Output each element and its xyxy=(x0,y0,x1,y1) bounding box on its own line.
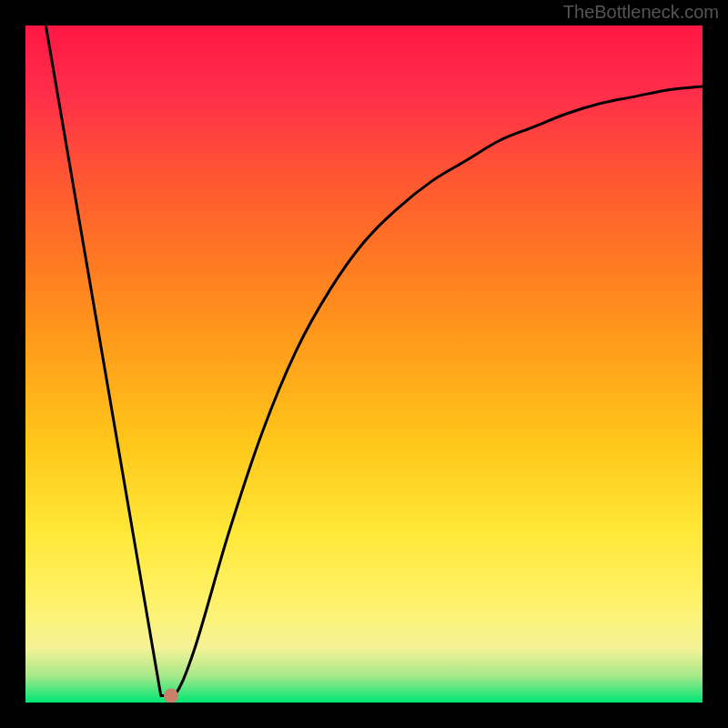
watermark-text: TheBottleneck.com xyxy=(563,2,719,23)
plot-background xyxy=(25,25,703,703)
chart-svg xyxy=(0,0,728,728)
chart-container: TheBottleneck.com xyxy=(0,0,728,728)
optimal-point-marker xyxy=(164,689,178,703)
